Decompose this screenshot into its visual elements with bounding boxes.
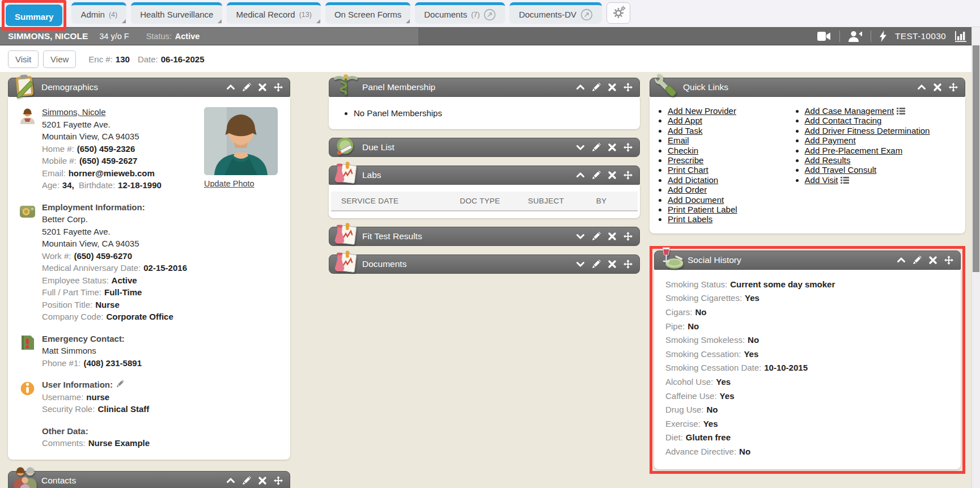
add-payment-link[interactable]: Add Payment: [805, 135, 856, 145]
move-icon[interactable]: [949, 83, 958, 92]
print-labels-link[interactable]: Print Labels: [668, 214, 712, 224]
move-icon[interactable]: [623, 260, 633, 269]
add-order-link[interactable]: Add Order: [668, 185, 707, 194]
patient-name-link[interactable]: Simmons, Nicole: [42, 107, 106, 117]
tab-admin[interactable]: Admin (4): [71, 2, 126, 24]
edit-icon[interactable]: [592, 171, 601, 180]
quick-links-column-2: Add Case Management Add Contact Tracing …: [788, 106, 930, 224]
flowsheet-chart-icon[interactable]: [954, 31, 968, 42]
add-pre-placement-exam-link[interactable]: Add Pre-Placement Exam: [805, 146, 903, 155]
panel-controls: [576, 166, 633, 184]
emergency-contact-name: Matt Simmons: [42, 345, 281, 357]
edit-icon[interactable]: [592, 143, 601, 152]
tab-health-surveillance[interactable]: Health Surveillance: [131, 2, 222, 24]
close-icon[interactable]: [608, 260, 617, 269]
collapse-icon[interactable]: [576, 171, 585, 180]
expand-icon[interactable]: [576, 260, 585, 269]
add-appt-link[interactable]: Add Appt: [668, 116, 702, 125]
edit-icon[interactable]: [913, 256, 922, 265]
add-new-provider-link[interactable]: Add New Provider: [668, 106, 736, 116]
close-icon[interactable]: [608, 171, 617, 180]
close-icon[interactable]: [608, 232, 617, 241]
edit-icon[interactable]: [242, 476, 251, 485]
fit-test-results-header[interactable]: Fit Test Results: [329, 227, 640, 246]
list-icon[interactable]: [897, 108, 905, 114]
move-icon[interactable]: [623, 232, 633, 241]
close-icon[interactable]: [258, 476, 267, 485]
tab-medical-record[interactable]: Medical Record (13): [227, 2, 320, 24]
quick-actions-icon[interactable]: [880, 31, 886, 42]
edit-icon[interactable]: [592, 260, 601, 269]
panel-membership-header[interactable]: Panel Membership: [329, 78, 640, 97]
edit-icon[interactable]: [592, 83, 601, 92]
documents-header[interactable]: Documents: [329, 254, 640, 274]
add-document-link[interactable]: Add Document: [668, 195, 724, 205]
add-contact-tracing-link[interactable]: Add Contact Tracing: [805, 116, 882, 125]
collapse-icon[interactable]: [917, 83, 926, 92]
move-icon[interactable]: [623, 83, 633, 92]
due-list-header[interactable]: Due List: [329, 138, 640, 157]
move-icon[interactable]: [274, 476, 283, 485]
edit-icon[interactable]: [242, 83, 251, 92]
close-icon[interactable]: [608, 143, 617, 152]
lab-results-icon: [333, 160, 359, 186]
prescribe-link[interactable]: Prescribe: [668, 155, 703, 165]
edit-user-info-icon[interactable]: [116, 380, 124, 388]
close-icon[interactable]: [928, 256, 937, 265]
social-history-header[interactable]: Social History: [654, 251, 961, 270]
move-icon[interactable]: [274, 83, 283, 92]
collapse-icon[interactable]: [226, 83, 235, 92]
add-results-link[interactable]: Add Results: [805, 155, 851, 165]
tab-summary[interactable]: Summary: [6, 5, 62, 26]
close-icon[interactable]: [608, 83, 617, 92]
middle-column: Panel Membership No Panel Memberships Du…: [329, 78, 640, 282]
video-call-icon[interactable]: [817, 32, 831, 41]
add-driver-fitness-link[interactable]: Add Driver Fitness Determination: [805, 126, 930, 135]
visit-button[interactable]: Visit: [8, 50, 39, 68]
add-person-icon[interactable]: [849, 31, 862, 42]
settings-button[interactable]: [606, 2, 630, 24]
section-heading: Emergency Contact:: [42, 333, 281, 345]
briefcase-icon: [18, 202, 37, 220]
demographics-panel-header[interactable]: Demographics: [8, 78, 290, 97]
expand-icon[interactable]: [576, 232, 585, 241]
close-icon[interactable]: [258, 83, 267, 92]
page-scrollbar[interactable]: [971, 27, 980, 488]
quick-links-header[interactable]: Quick Links: [650, 78, 965, 97]
collapse-icon[interactable]: [897, 256, 906, 265]
close-icon[interactable]: [933, 83, 942, 92]
expand-icon[interactable]: [576, 143, 585, 152]
user-info-section: User Information: Username:nurse Securit…: [17, 379, 281, 415]
add-task-link[interactable]: Add Task: [668, 126, 702, 135]
add-travel-consult-link[interactable]: Add Travel Consult: [805, 165, 877, 175]
add-case-management-link[interactable]: Add Case Management: [805, 106, 894, 116]
list-icon[interactable]: [841, 177, 849, 184]
move-icon[interactable]: [944, 256, 953, 265]
quick-link: Add Dictation: [668, 175, 788, 185]
social-history-row: Smoking Smokeless:No: [665, 333, 949, 347]
tab-on-screen-forms[interactable]: On Screen Forms: [325, 2, 410, 24]
checkin-link[interactable]: Checkin: [668, 146, 698, 155]
tab-documents[interactable]: Documents (7): [415, 2, 505, 24]
move-icon[interactable]: [623, 143, 633, 152]
collapse-icon[interactable]: [226, 476, 235, 485]
print-patient-label-link[interactable]: Print Patient Label: [668, 205, 737, 214]
view-button[interactable]: View: [43, 50, 76, 68]
email-link[interactable]: Email: [668, 135, 689, 145]
print-chart-link[interactable]: Print Chart: [668, 165, 709, 175]
move-icon[interactable]: [623, 171, 633, 180]
popout-icon[interactable]: [483, 9, 496, 21]
tab-documents-dv[interactable]: Documents-DV: [510, 2, 602, 24]
info-icon: [18, 379, 37, 398]
labs-header[interactable]: Labs: [329, 166, 640, 185]
add-visit-link[interactable]: Add Visit: [805, 175, 838, 185]
add-dictation-link[interactable]: Add Dictation: [668, 175, 718, 185]
documents-icon: [333, 249, 359, 275]
collapse-icon[interactable]: [576, 83, 585, 92]
wrench-icon: [654, 73, 680, 99]
scrollbar-thumb[interactable]: [973, 45, 979, 272]
contacts-panel-header[interactable]: Contacts: [8, 471, 290, 488]
employment-section: Employment Information: Better Corp. 520…: [17, 201, 281, 323]
edit-icon[interactable]: [592, 232, 601, 241]
popout-icon[interactable]: [580, 9, 593, 21]
